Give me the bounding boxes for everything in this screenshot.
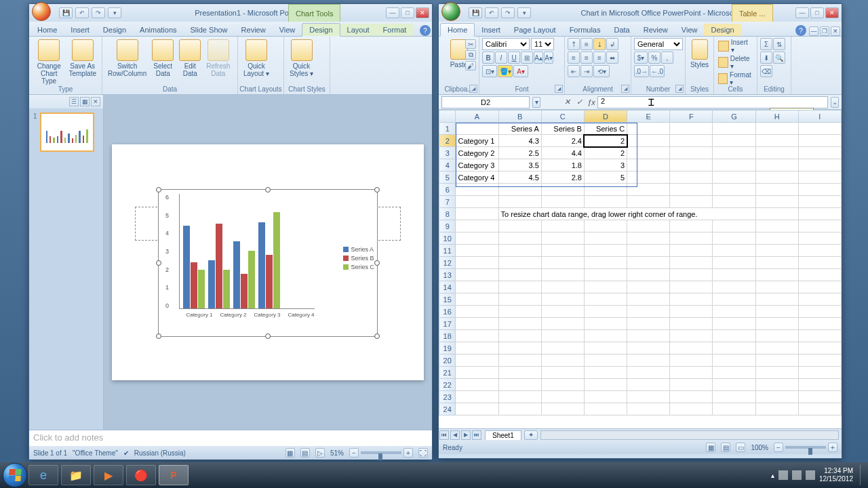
tab-page-layout[interactable]: Page Layout (507, 24, 563, 36)
prev-sheet-icon[interactable]: ◀ (450, 430, 460, 440)
orientation-icon[interactable]: ⟲▾ (593, 65, 610, 77)
workbook-minimize-icon[interactable]: — (809, 26, 818, 36)
zoom-slider[interactable]: − + (774, 443, 837, 452)
chart-object[interactable]: 0123456 Category 1Category 2Category 3Ca… (158, 189, 378, 337)
office-button[interactable] (441, 2, 460, 21)
tab-formulas[interactable]: Formulas (563, 24, 608, 36)
sort-filter-icon[interactable]: ⇅ (773, 38, 785, 50)
autosum-icon[interactable]: Σ (760, 38, 772, 50)
merge-center-icon[interactable]: ⬌ (606, 52, 618, 64)
action-center-icon[interactable] (778, 470, 788, 480)
name-box[interactable] (441, 96, 530, 108)
taskbar-powerpoint-icon[interactable]: P (159, 465, 189, 485)
tab-slideshow[interactable]: Slide Show (184, 24, 235, 36)
zoom-percent[interactable]: 51% (330, 449, 344, 457)
taskbar-explorer-icon[interactable]: 📁 (61, 465, 91, 485)
wrap-text-icon[interactable]: ↲ (606, 38, 618, 50)
col-header-C[interactable]: C (541, 110, 584, 123)
quick-styles-button[interactable]: Quick Styles ▾ (287, 38, 316, 79)
fill-color-button[interactable]: 🪣▾ (498, 65, 513, 77)
cancel-formula-icon[interactable]: ✕ (561, 96, 573, 108)
next-sheet-icon[interactable]: ▶ (461, 430, 471, 440)
maximize-button[interactable]: □ (401, 7, 414, 18)
switch-row-column-button[interactable]: Switch Row/Column (105, 38, 149, 79)
borders-button[interactable]: ⊡▾ (482, 65, 497, 77)
save-as-template-button[interactable]: Save As Template (66, 38, 99, 86)
language-status[interactable]: Russian (Russia) (134, 449, 186, 457)
normal-view-icon[interactable]: ▦ (285, 448, 295, 458)
zoom-slider[interactable]: − + (349, 448, 413, 458)
taskbar-clock[interactable]: 12:34 PM 12/15/2012 (819, 467, 856, 483)
slide-thumbnail-1[interactable]: 1 (33, 113, 99, 152)
ppt-title-bar[interactable]: 💾 ↶ ↷ ▾ Presentation1 - Microsoft PowerP… (29, 4, 432, 22)
minimize-button[interactable]: — (386, 7, 399, 18)
start-button[interactable] (3, 463, 27, 487)
increase-indent-icon[interactable]: ⇥ (580, 65, 593, 77)
name-box-dropdown-icon[interactable]: ▾ (532, 97, 540, 108)
last-sheet-icon[interactable]: ⏭ (472, 430, 481, 440)
font-size-select[interactable]: 11 (531, 38, 554, 50)
format-painter-icon[interactable]: 🖌 (465, 61, 476, 70)
notes-pane[interactable]: Click to add notes (29, 430, 432, 446)
tab-chart-layout[interactable]: Layout (340, 24, 376, 36)
redo-icon[interactable]: ↷ (92, 7, 105, 18)
align-left-icon[interactable]: ≡ (568, 52, 580, 64)
sorter-view-icon[interactable]: ▤ (300, 448, 310, 458)
col-header-H[interactable]: H (755, 110, 798, 123)
workbook-restore-icon[interactable]: ❐ (820, 26, 829, 36)
col-header-F[interactable]: F (670, 110, 713, 123)
qat-menu-icon[interactable]: ▾ (517, 7, 531, 18)
worksheet-grid[interactable]: A B C D E F G H I 1 Series A Series B Se… (439, 110, 842, 428)
col-header-D[interactable]: D (584, 110, 627, 123)
zoom-percent[interactable]: 100% (751, 444, 768, 451)
tab-review[interactable]: Review (637, 24, 675, 36)
tab-chart-format[interactable]: Format (376, 24, 414, 36)
expand-formula-bar-icon[interactable]: ⌄ (831, 97, 839, 108)
clipboard-launcher[interactable]: ◢ (469, 85, 477, 93)
close-button[interactable]: ✕ (416, 7, 429, 18)
align-middle-icon[interactable]: ≡ (580, 38, 593, 50)
decrease-indent-icon[interactable]: ⇤ (568, 65, 580, 77)
office-button[interactable] (32, 2, 51, 21)
shrink-font-icon[interactable]: A▾ (544, 52, 553, 64)
edit-data-button[interactable]: Edit Data (176, 38, 203, 79)
slide-canvas[interactable]: Click to add title Click to add subtitle… (112, 144, 424, 380)
undo-icon[interactable]: ↶ (75, 7, 89, 18)
formula-bar[interactable]: 2 Ꮖ Formula Bar (597, 96, 828, 108)
redo-icon[interactable]: ↷ (501, 7, 515, 18)
slideshow-view-icon[interactable]: ▷ (315, 448, 325, 458)
chart-legend[interactable]: Series ASeries BSeries C (343, 244, 374, 272)
refresh-data-button[interactable]: Refresh Data (203, 38, 233, 79)
show-desktop-button[interactable] (860, 465, 865, 485)
qat-menu-icon[interactable]: ▾ (108, 7, 121, 18)
chart-plot-area[interactable] (179, 194, 315, 309)
normal-view-icon[interactable]: ▦ (706, 443, 715, 452)
maximize-button[interactable]: □ (810, 7, 824, 18)
slide-editor[interactable]: Click to add title Click to add subtitle… (104, 95, 432, 430)
col-header-I[interactable]: I (798, 110, 841, 123)
close-pane-icon[interactable]: ✕ (91, 97, 100, 106)
font-color-button[interactable]: A▾ (513, 65, 528, 77)
grow-font-icon[interactable]: A▴ (534, 52, 543, 64)
tab-design-1[interactable]: Design (96, 24, 133, 36)
close-button[interactable]: ✕ (825, 7, 839, 18)
tab-review[interactable]: Review (235, 24, 273, 36)
minimize-button[interactable]: — (795, 7, 809, 18)
page-layout-view-icon[interactable]: ▤ (721, 443, 730, 452)
comma-icon[interactable]: , (661, 52, 673, 64)
grid-table[interactable]: A B C D E F G H I 1 Series A Series B Se… (439, 110, 842, 415)
undo-icon[interactable]: ↶ (485, 7, 498, 18)
tab-animations[interactable]: Animations (133, 24, 183, 36)
workbook-close-icon[interactable]: ✕ (831, 26, 840, 36)
change-chart-type-button[interactable]: Change Chart Type (32, 38, 66, 86)
number-format-select[interactable]: General (634, 38, 683, 50)
percent-icon[interactable]: % (648, 52, 660, 64)
enter-formula-icon[interactable]: ✓ (573, 96, 585, 108)
fill-icon[interactable]: ⬇ (760, 52, 772, 64)
page-break-view-icon[interactable]: ▭ (736, 443, 745, 452)
format-cells-button[interactable]: Format ▾ (717, 70, 754, 87)
clear-icon[interactable]: ⌫ (760, 65, 772, 77)
volume-icon[interactable] (806, 470, 815, 480)
tab-home[interactable]: Home (31, 24, 64, 36)
quick-layout-button[interactable]: Quick Layout ▾ (241, 38, 272, 79)
